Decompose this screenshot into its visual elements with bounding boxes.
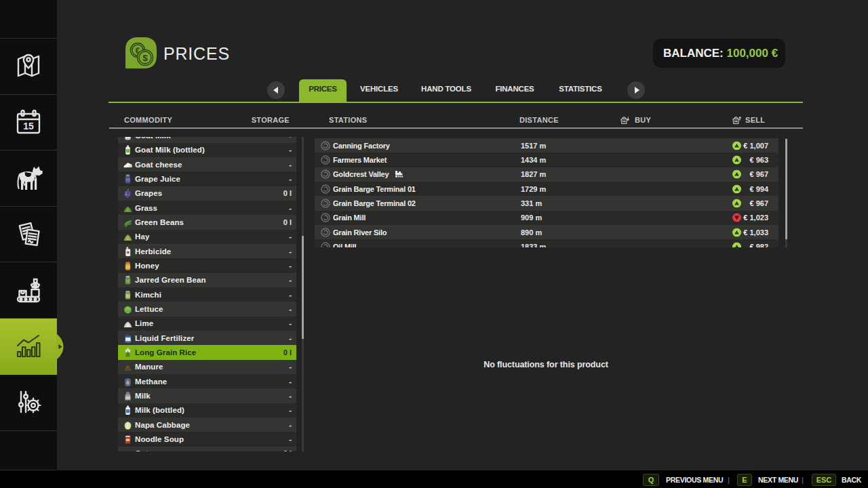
svg-text:$: $	[142, 53, 148, 63]
svg-text:15: 15	[23, 121, 34, 131]
